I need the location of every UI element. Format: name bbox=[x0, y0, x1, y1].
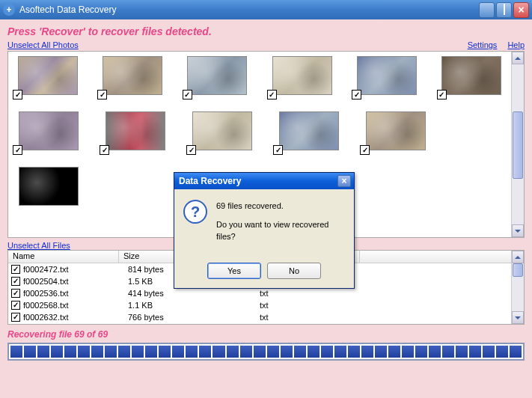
help-link[interactable]: Help bbox=[507, 40, 525, 49]
scroll-up-button[interactable] bbox=[512, 52, 524, 64]
dialog-close-button[interactable] bbox=[337, 175, 351, 187]
file-extension: txt bbox=[260, 313, 369, 322]
no-button[interactable]: No bbox=[267, 263, 321, 279]
scroll-thumb[interactable] bbox=[513, 111, 523, 179]
photo-checkbox[interactable] bbox=[97, 90, 107, 100]
maximize-button[interactable] bbox=[496, 2, 512, 18]
photo-thumb[interactable] bbox=[267, 56, 337, 98]
file-name: f0002632.txt bbox=[23, 313, 128, 322]
dialog-message: 69 files recovered. Do you want to view … bbox=[216, 200, 345, 249]
photo-thumb[interactable] bbox=[97, 56, 167, 98]
photo-checkbox[interactable] bbox=[437, 90, 447, 100]
photo-thumb[interactable] bbox=[186, 111, 258, 153]
app-icon bbox=[3, 4, 15, 16]
settings-link[interactable]: Settings bbox=[468, 40, 498, 49]
table-row[interactable]: f0002568.txt1.1 KBtxt bbox=[8, 299, 511, 311]
file-name: f0002568.txt bbox=[23, 301, 128, 310]
photos-scrollbar[interactable] bbox=[511, 52, 524, 237]
photo-checkbox[interactable] bbox=[186, 145, 196, 155]
file-name: f0002472.txt bbox=[23, 265, 128, 274]
photo-checkbox[interactable] bbox=[183, 90, 192, 100]
file-checkbox[interactable] bbox=[11, 301, 20, 310]
unselect-all-files-link[interactable]: Unselect All Files bbox=[7, 241, 70, 250]
file-checkbox[interactable] bbox=[11, 265, 20, 274]
photo-thumb[interactable] bbox=[13, 167, 85, 209]
yes-button[interactable]: Yes bbox=[207, 263, 261, 279]
photo-checkbox[interactable] bbox=[13, 145, 22, 155]
files-scrollbar[interactable] bbox=[511, 251, 524, 324]
photo-checkbox[interactable] bbox=[100, 145, 109, 155]
file-size: 766 bytes bbox=[128, 313, 260, 322]
file-name: f0002536.txt bbox=[23, 289, 128, 298]
photo-checkbox[interactable] bbox=[352, 90, 361, 100]
status-text: Recovering file 69 of 69 bbox=[7, 329, 525, 340]
file-extension: txt bbox=[260, 301, 369, 310]
file-checkbox[interactable] bbox=[11, 313, 20, 322]
table-row[interactable]: f0002632.txt766 bytestxt bbox=[8, 311, 511, 323]
photo-checkbox[interactable] bbox=[360, 145, 370, 155]
dialog-title: Data Recovery bbox=[177, 176, 337, 186]
photo-thumb[interactable] bbox=[352, 56, 421, 98]
photo-thumb[interactable] bbox=[13, 56, 82, 98]
file-name: f0002504.txt bbox=[23, 277, 128, 286]
photo-thumb[interactable] bbox=[360, 111, 432, 153]
dialog: Data Recovery ? 69 files recovered. Do y… bbox=[174, 172, 355, 289]
scroll-up-button[interactable] bbox=[512, 251, 524, 263]
window-title: Asoftech Data Recovery bbox=[19, 4, 479, 15]
file-size: 414 bytes bbox=[128, 289, 260, 298]
question-icon: ? bbox=[183, 200, 207, 224]
table-row[interactable]: f0002536.txt414 bytestxt bbox=[8, 287, 511, 299]
file-checkbox[interactable] bbox=[11, 277, 20, 286]
progress-bar bbox=[7, 343, 525, 361]
scroll-down-button[interactable] bbox=[512, 311, 524, 324]
column-header-name[interactable]: Name bbox=[8, 251, 119, 263]
scroll-down-button[interactable] bbox=[512, 224, 524, 237]
photo-thumb[interactable] bbox=[273, 111, 345, 153]
file-extension: txt bbox=[260, 289, 369, 298]
photo-thumb[interactable] bbox=[13, 111, 85, 153]
instruction-text: Press 'Recover' to recover files detecte… bbox=[7, 25, 525, 37]
file-size: 1.1 KB bbox=[128, 301, 260, 310]
photo-checkbox[interactable] bbox=[273, 145, 283, 155]
photo-thumb[interactable] bbox=[437, 56, 507, 98]
photo-thumb[interactable] bbox=[183, 56, 252, 98]
photo-checkbox[interactable] bbox=[267, 90, 277, 100]
photo-checkbox[interactable] bbox=[13, 90, 22, 100]
minimize-button[interactable] bbox=[479, 2, 495, 18]
titlebar: Asoftech Data Recovery bbox=[0, 0, 532, 19]
file-checkbox[interactable] bbox=[11, 289, 20, 298]
column-header-blank[interactable] bbox=[360, 251, 511, 263]
close-button[interactable] bbox=[513, 2, 529, 18]
scroll-thumb[interactable] bbox=[513, 263, 523, 277]
photo-thumb[interactable] bbox=[100, 111, 171, 153]
unselect-all-photos-link[interactable]: Unselect All Photos bbox=[7, 40, 79, 49]
